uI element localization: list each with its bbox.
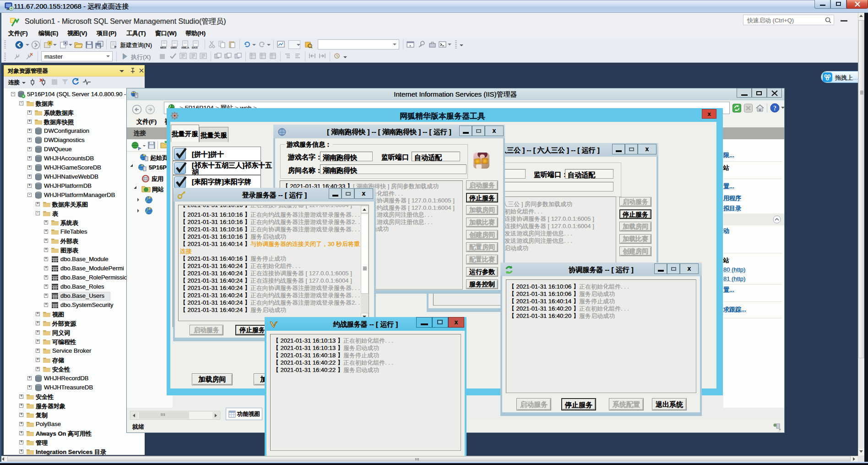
svg-text:?: ? — [773, 105, 776, 112]
